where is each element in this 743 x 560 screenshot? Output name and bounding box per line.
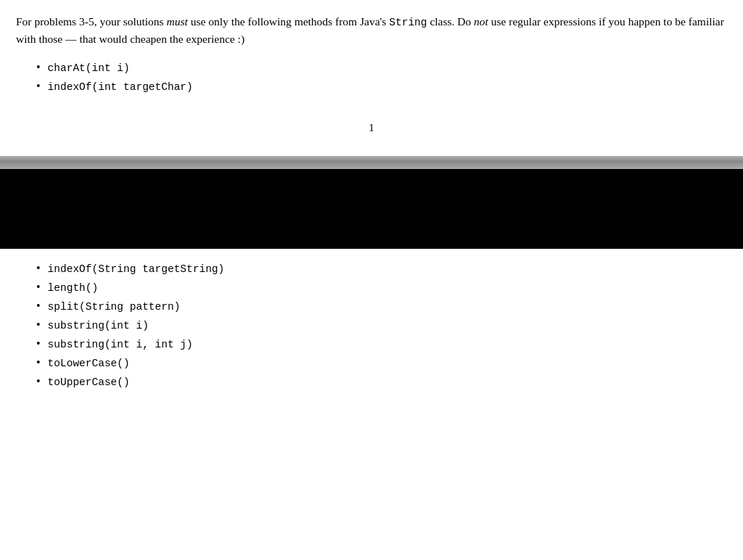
- top-method-list: charAt(int i) indexOf(int targetChar): [36, 61, 727, 93]
- method-length: length(): [48, 282, 99, 294]
- list-item: split(String pattern): [36, 300, 727, 313]
- list-item: indexOf(String targetString): [36, 262, 727, 275]
- must-emphasis: must: [167, 15, 188, 28]
- page-number: 1: [369, 122, 374, 133]
- page-number-area: 1: [16, 100, 727, 149]
- method-touppercase: toUpperCase(): [48, 376, 130, 388]
- page-divider: [0, 156, 743, 169]
- not-emphasis: not: [474, 15, 488, 28]
- list-item: indexOf(int targetChar): [36, 80, 727, 93]
- method-tolowercase: toLowerCase(): [48, 358, 130, 369]
- method-substring-i: substring(int i): [48, 320, 149, 332]
- intro-paragraph: For problems 3-5, your solutions must us…: [16, 13, 727, 48]
- list-item: length(): [36, 281, 727, 294]
- method-substring-ij: substring(int i, int j): [48, 339, 193, 350]
- list-item: substring(int i): [36, 318, 727, 332]
- method-split: split(String pattern): [48, 301, 181, 313]
- list-item: toLowerCase(): [36, 356, 727, 369]
- bottom-method-list: indexOf(String targetString) length() sp…: [36, 262, 727, 388]
- page-top: For problems 3-5, your solutions must us…: [0, 0, 743, 149]
- method-indexof-string: indexOf(String targetString): [48, 263, 225, 275]
- page-bottom: indexOf(String targetString) length() sp…: [0, 249, 743, 388]
- list-item: toUpperCase(): [36, 375, 727, 388]
- method-indexof-int: indexOf(int targetChar): [48, 81, 193, 93]
- method-charat: charAt(int i): [48, 62, 130, 74]
- black-bar: [0, 169, 743, 249]
- list-item: charAt(int i): [36, 61, 727, 74]
- list-item: substring(int i, int j): [36, 337, 727, 350]
- string-class-code: String: [389, 17, 427, 28]
